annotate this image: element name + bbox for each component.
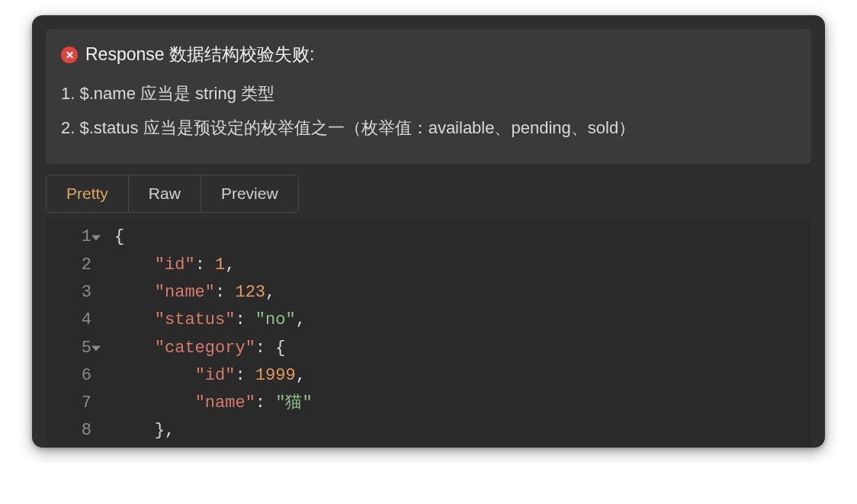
tab-raw[interactable]: Raw [129, 175, 201, 212]
line-number: 8 [46, 417, 91, 445]
response-panel: Response 数据结构校验失败: $.name 应当是 string 类型$… [32, 15, 825, 448]
code-line[interactable]: "id": 1, [114, 252, 811, 279]
tab-pretty[interactable]: Pretty [47, 175, 129, 212]
code-line[interactable]: "name": "猫" [114, 390, 811, 417]
code-line[interactable]: }, [114, 417, 811, 445]
line-number: 2 [46, 252, 91, 279]
error-heading: Response 数据结构校验失败: [61, 43, 796, 66]
fold-icon[interactable]: 5 [46, 335, 91, 362]
line-number: 6 [46, 362, 91, 390]
error-icon [61, 47, 78, 63]
code-line[interactable]: "category": { [114, 335, 811, 362]
code-line[interactable]: "name": 123, [114, 279, 811, 307]
code-line[interactable]: { [114, 223, 811, 251]
json-editor[interactable]: 12345678 { "id": 1, "name": 123, "status… [46, 219, 811, 448]
error-title: Response 数据结构校验失败: [85, 43, 314, 66]
line-number: 4 [46, 307, 91, 334]
view-tabs: PrettyRawPreview [46, 175, 299, 213]
validation-error-box: Response 数据结构校验失败: $.name 应当是 string 类型$… [46, 29, 811, 164]
tab-preview[interactable]: Preview [201, 175, 298, 212]
code-line[interactable]: "status": "no", [114, 307, 811, 334]
line-number: 3 [46, 279, 91, 307]
fold-icon[interactable]: 1 [46, 223, 91, 251]
error-item: $.status 应当是预设定的枚举值之一（枚举值：available、pend… [61, 114, 796, 141]
line-gutter: 12345678 [46, 223, 101, 448]
error-item: $.name 应当是 string 类型 [61, 80, 796, 107]
code-line[interactable]: "id": 1999, [114, 362, 811, 390]
error-list: $.name 应当是 string 类型$.status 应当是预设定的枚举值之… [61, 80, 796, 141]
code-area[interactable]: { "id": 1, "name": 123, "status": "no", … [101, 223, 811, 448]
line-number: 7 [46, 390, 91, 417]
